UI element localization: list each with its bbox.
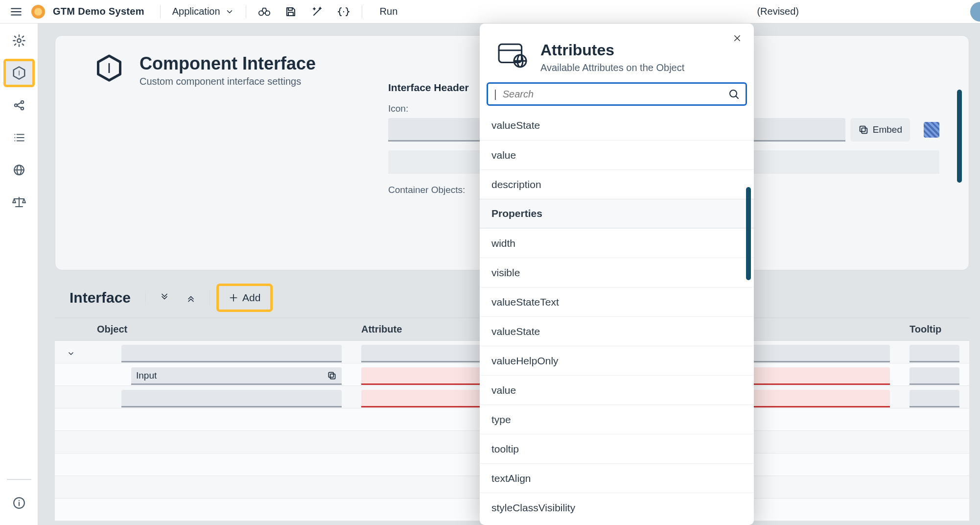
topbar: GTM Demo System Application Run (Revised… — [0, 0, 980, 24]
gear-icon[interactable] — [4, 27, 34, 54]
application-dropdown[interactable]: Application — [167, 6, 239, 17]
list-item[interactable]: valueState — [480, 316, 754, 346]
tooltip-field[interactable] — [910, 345, 959, 362]
list-item[interactable]: tooltip — [480, 434, 754, 463]
chevron-down-icon — [225, 7, 234, 16]
list-item[interactable]: valueStateText — [480, 287, 754, 316]
list-item[interactable]: visible — [480, 258, 754, 287]
close-button[interactable] — [729, 30, 745, 46]
svg-point-36 — [18, 500, 19, 501]
svg-line-8 — [314, 9, 320, 15]
list-item[interactable]: value — [480, 375, 754, 405]
binoculars-icon[interactable] — [253, 2, 276, 22]
magic-wand-icon[interactable] — [306, 2, 328, 22]
svg-text:I: I — [18, 69, 20, 77]
card-scrollbar[interactable] — [957, 90, 962, 183]
col-tooltip: Tooltip — [900, 324, 969, 335]
copy-icon — [858, 124, 869, 135]
tooltip-field[interactable] — [910, 367, 959, 385]
svg-rect-39 — [862, 128, 867, 133]
svg-line-21 — [17, 106, 21, 108]
application-dropdown-label: Application — [172, 6, 220, 17]
scale-icon[interactable] — [4, 189, 34, 215]
col-object: Object — [87, 324, 351, 335]
list-item[interactable]: value — [480, 140, 754, 169]
globe-icon[interactable] — [4, 157, 34, 183]
svg-point-4 — [265, 11, 269, 15]
modal-title: Attributes — [540, 41, 684, 59]
avatar[interactable] — [968, 0, 980, 24]
attributes-modal: Attributes Available Attributes on the O… — [480, 24, 754, 525]
svg-rect-6 — [288, 8, 292, 10]
svg-point-3 — [258, 11, 263, 15]
search-field[interactable]: | — [487, 82, 747, 106]
svg-rect-43 — [330, 374, 335, 379]
list-item[interactable]: valueState — [480, 111, 754, 140]
svg-point-13 — [343, 11, 344, 12]
attributes-list: valueState value description Properties … — [480, 111, 754, 525]
revised-label: (Revised) — [757, 6, 799, 17]
list-icon[interactable] — [4, 124, 34, 151]
expand-all-button[interactable] — [154, 288, 175, 308]
object-field[interactable] — [121, 390, 342, 407]
list-item[interactable]: type — [480, 405, 754, 434]
plus-icon — [229, 293, 238, 303]
run-button[interactable]: Run — [369, 6, 409, 17]
svg-point-26 — [14, 137, 15, 138]
object-field[interactable]: Input — [131, 367, 342, 385]
list-item[interactable]: textAlign — [480, 463, 754, 493]
chevron-down-icon — [67, 350, 75, 358]
left-nav: I — [0, 24, 38, 525]
modal-subtitle: Available Attributes on the Object — [540, 62, 684, 73]
list-item[interactable]: valueHelpOnly — [480, 346, 754, 375]
component-interface-nav[interactable]: I — [4, 60, 34, 86]
interface-logo-icon: I — [94, 53, 124, 83]
attributes-modal-icon — [497, 41, 528, 72]
list-item[interactable]: styleClassVisibility — [480, 493, 754, 522]
modal-scrollbar[interactable] — [746, 187, 751, 280]
brand-logo — [31, 5, 45, 19]
svg-rect-44 — [328, 372, 333, 377]
close-icon — [733, 34, 742, 43]
list-item[interactable]: description — [480, 169, 754, 199]
svg-text:I: I — [107, 60, 111, 76]
share-icon[interactable] — [4, 92, 34, 119]
svg-point-14 — [17, 39, 21, 42]
svg-line-20 — [17, 103, 21, 105]
interface-section-title: Interface — [70, 289, 131, 306]
svg-line-53 — [736, 96, 739, 99]
copy-icon[interactable] — [327, 371, 337, 381]
brand-name: GTM Demo System — [53, 6, 144, 17]
object-field-value: Input — [136, 370, 157, 381]
code-braces-icon[interactable] — [332, 2, 355, 22]
list-section-header: Properties — [480, 199, 754, 228]
search-input[interactable] — [502, 88, 724, 100]
svg-rect-40 — [860, 126, 865, 132]
embed-button[interactable]: Embed — [850, 118, 910, 142]
add-button-highlight: Add — [218, 285, 271, 310]
svg-point-27 — [14, 140, 15, 141]
tooltip-field[interactable] — [910, 390, 959, 407]
add-button[interactable]: Add — [220, 288, 269, 308]
search-icon — [728, 88, 740, 100]
icon-preview-chip — [924, 122, 939, 138]
list-item[interactable]: width — [480, 228, 754, 258]
add-button-label: Add — [242, 292, 260, 304]
save-icon[interactable] — [280, 2, 302, 22]
object-field[interactable] — [121, 345, 342, 362]
embed-button-label: Embed — [873, 124, 902, 135]
collapse-all-button[interactable] — [180, 288, 202, 308]
svg-rect-7 — [288, 12, 293, 16]
hamburger-icon[interactable] — [5, 2, 27, 22]
row-toggle[interactable] — [55, 350, 87, 358]
info-icon[interactable] — [4, 490, 34, 516]
svg-point-25 — [14, 134, 15, 135]
